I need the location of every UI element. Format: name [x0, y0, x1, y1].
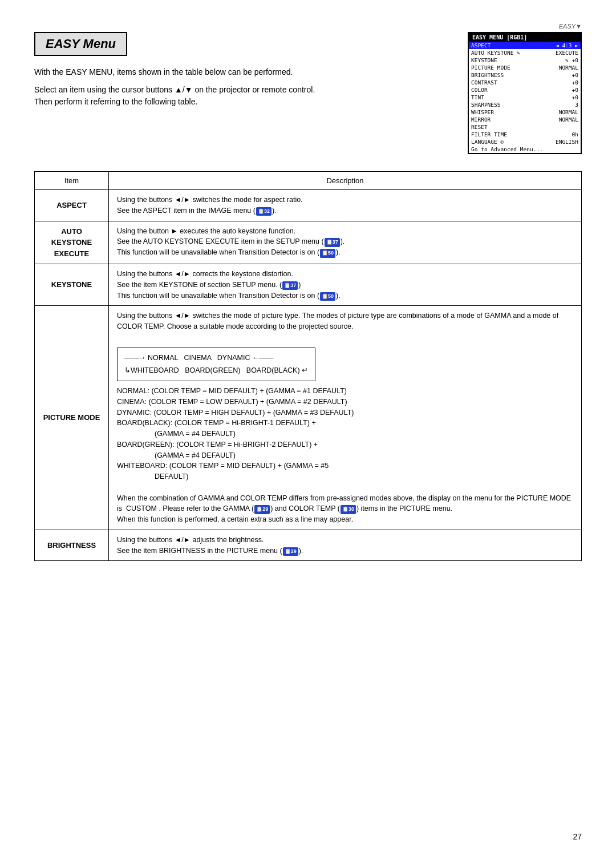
- diagram-cinema: CINEMA: [184, 353, 217, 364]
- desc-dynamic: DYNAMIC: (COLOR TEMP = HIGH DEFAULT) + (…: [117, 409, 354, 417]
- osd-row-whisper[interactable]: WHISPER NORMAL: [469, 108, 581, 116]
- desc-autokeystone: Using the button ► executes the auto key…: [109, 221, 582, 264]
- diagram-arrow-right: ——→: [124, 353, 148, 364]
- desc-picturemode-intro: Using the buttons ◄/► switches the mode …: [117, 312, 558, 330]
- osd-label-reset: RESET: [471, 124, 578, 130]
- osd-label-autokeystone: AUTO KEYSTONE ✎: [471, 50, 556, 56]
- osd-label-brightness: BRIGHTNESS: [471, 72, 572, 78]
- osd-value-autokeystone: EXECUTE: [556, 50, 578, 56]
- osd-row-filtertime[interactable]: FILTER TIME 0h: [469, 131, 581, 138]
- page-title: EASY Menu: [34, 32, 127, 56]
- osd-row-reset[interactable]: RESET: [469, 123, 581, 131]
- osd-value-picturemode: NORMAL: [559, 64, 578, 71]
- osd-row-mirror[interactable]: MIRROR NORMAL: [469, 116, 581, 123]
- desc-cinema: CINEMA: (COLOR TEMP = LOW DEFAULT) + (GA…: [117, 398, 347, 406]
- item-aspect: ASPECT: [35, 190, 109, 221]
- diagram-return: ↵: [302, 365, 308, 376]
- osd-label-aspect: ASPECT: [471, 42, 556, 49]
- osd-row-language[interactable]: LANGUAGE © ENGLISH: [469, 138, 581, 146]
- osd-label-keystone: KEYSTONE: [471, 57, 565, 63]
- diagram-whiteboard: WHITEBOARD: [131, 365, 185, 376]
- osd-label-advanced: Go to Advanced Menu...: [471, 146, 578, 152]
- page-number: 27: [573, 832, 582, 841]
- desc-normal: NORMAL: (COLOR TEMP = MID DEFAULT) + (GA…: [117, 387, 347, 395]
- intro-text-2: Select an item using the cursor buttons …: [34, 84, 319, 108]
- diagram-row2: ↳ WHITEBOARD BOARD(GREEN) BOARD(BLACK) ↵: [124, 365, 308, 376]
- diagram-boardblack: BOARD(BLACK): [246, 365, 302, 376]
- osd-value-keystone: ✎ +0: [565, 57, 578, 63]
- table-row: PICTURE MODE Using the buttons ◄/► switc…: [35, 306, 582, 530]
- osd-value-tint: +0: [572, 94, 578, 100]
- osd-value-contrast: +0: [572, 79, 578, 86]
- main-table: Item Description ASPECT Using the button…: [34, 171, 582, 561]
- osd-label-picturemode: PICTURE MODE: [471, 64, 559, 71]
- diagram-normal: NORMAL: [148, 353, 184, 364]
- osd-row-color[interactable]: COLOR +0: [469, 86, 581, 94]
- osd-label-whisper: WHISPER: [471, 109, 559, 115]
- diagram-whiteboard-arrow: ↳: [124, 365, 131, 376]
- osd-value-language: ENGLISH: [556, 139, 578, 145]
- osd-label-tint: TINT: [471, 94, 572, 100]
- ref-icon-29b: 📋29: [283, 547, 298, 556]
- osd-label-language: LANGUAGE ©: [471, 139, 556, 145]
- diagram-boardgreen: BOARD(GREEN): [185, 365, 246, 376]
- item-brightness: BRIGHTNESS: [35, 530, 109, 561]
- osd-menu: EASY MENU [RGB1] ASPECT ◄ 4:3 ► AUTO KEY…: [468, 32, 582, 154]
- item-autokeystone: AUTOKEYSTONEEXECUTE: [35, 221, 109, 264]
- desc-brightness: Using the buttons ◄/► adjusts the bright…: [109, 530, 582, 561]
- osd-row-picturemode[interactable]: PICTURE MODE NORMAL: [469, 64, 581, 71]
- desc-aspect: Using the buttons ◄/► switches the mode …: [109, 190, 582, 221]
- desc-custom-note: When the combination of GAMMA and COLOR …: [117, 494, 571, 513]
- header-area: EASY Menu With the EASY MENU, items show…: [34, 32, 582, 154]
- diagram-dynamic: DYNAMIC: [217, 353, 252, 364]
- osd-row-brightness[interactable]: BRIGHTNESS +0: [469, 71, 581, 79]
- ref-icon-32: 📋32: [256, 207, 271, 216]
- osd-label-filtertime: FILTER TIME: [471, 131, 572, 138]
- table-row: ASPECT Using the buttons ◄/► switches th…: [35, 190, 582, 221]
- table-row: AUTOKEYSTONEEXECUTE Using the button ► e…: [35, 221, 582, 264]
- table-row: BRIGHTNESS Using the buttons ◄/► adjusts…: [35, 530, 582, 561]
- desc-keystone: Using the buttons ◄/► corrects the keyst…: [109, 264, 582, 306]
- picture-mode-diagram: ——→ NORMAL CINEMA DYNAMIC ←—— ↳ WHITEBOA…: [117, 348, 315, 382]
- osd-value-whisper: NORMAL: [559, 109, 578, 115]
- osd-value-aspect: ◄ 4:3 ►: [556, 42, 578, 49]
- osd-row-keystone[interactable]: KEYSTONE ✎ +0: [469, 56, 581, 64]
- osd-row-autokeystone[interactable]: AUTO KEYSTONE ✎ EXECUTE: [469, 49, 581, 56]
- ref-icon-37a: 📋37: [325, 238, 340, 247]
- osd-title-bar: EASY MENU [RGB1]: [469, 33, 581, 42]
- osd-row-contrast[interactable]: CONTRAST +0: [469, 79, 581, 86]
- left-content: EASY Menu With the EASY MENU, items show…: [34, 32, 468, 114]
- item-keystone: KEYSTONE: [35, 264, 109, 306]
- intro-text-1: With the EASY MENU, items shown in the t…: [34, 66, 319, 78]
- osd-row-sharpness[interactable]: SHARPNESS 3: [469, 101, 581, 108]
- osd-row-advanced[interactable]: Go to Advanced Menu...: [469, 146, 581, 153]
- col-header-desc: Description: [109, 172, 582, 190]
- osd-row-tint[interactable]: TINT +0: [469, 94, 581, 101]
- ref-icon-37b: 📋37: [282, 281, 298, 290]
- osd-label-contrast: CONTRAST: [471, 79, 572, 86]
- desc-picturemode: Using the buttons ◄/► switches the mode …: [109, 306, 582, 530]
- item-picturemode: PICTURE MODE: [35, 306, 109, 530]
- desc-line-note: When this function is performed, a certa…: [117, 515, 353, 523]
- ref-icon-30: 📋30: [341, 505, 356, 514]
- easy-label-top: EASY▼: [34, 23, 582, 30]
- osd-value-filtertime: 0h: [572, 131, 578, 138]
- col-header-item: Item: [35, 172, 109, 190]
- diagram-row1: ——→ NORMAL CINEMA DYNAMIC ←——: [124, 353, 308, 364]
- osd-value-sharpness: 3: [575, 102, 578, 108]
- diagram-arrow-left: ←——: [252, 353, 274, 364]
- osd-row-aspect[interactable]: ASPECT ◄ 4:3 ►: [469, 42, 581, 49]
- osd-label-sharpness: SHARPNESS: [471, 102, 575, 108]
- osd-label-color: COLOR: [471, 87, 572, 93]
- desc-boardgreen: BOARD(GREEN): (COLOR TEMP = Hi-BRIGHT-2 …: [117, 441, 318, 459]
- ref-icon-50a: 📋50: [320, 249, 335, 258]
- osd-value-brightness: +0: [572, 72, 578, 78]
- table-row: KEYSTONE Using the buttons ◄/► corrects …: [35, 264, 582, 306]
- desc-boardblack: BOARD(BLACK): (COLOR TEMP = Hi-BRIGHT-1 …: [117, 419, 316, 438]
- osd-value-mirror: NORMAL: [559, 116, 578, 123]
- ref-icon-29a: 📋29: [254, 505, 270, 514]
- desc-whiteboard: WHITEBOARD: (COLOR TEMP = MID DEFAULT) +…: [117, 462, 329, 481]
- osd-label-mirror: MIRROR: [471, 116, 559, 123]
- ref-icon-50b: 📋50: [320, 292, 335, 301]
- osd-value-color: +0: [572, 87, 578, 93]
